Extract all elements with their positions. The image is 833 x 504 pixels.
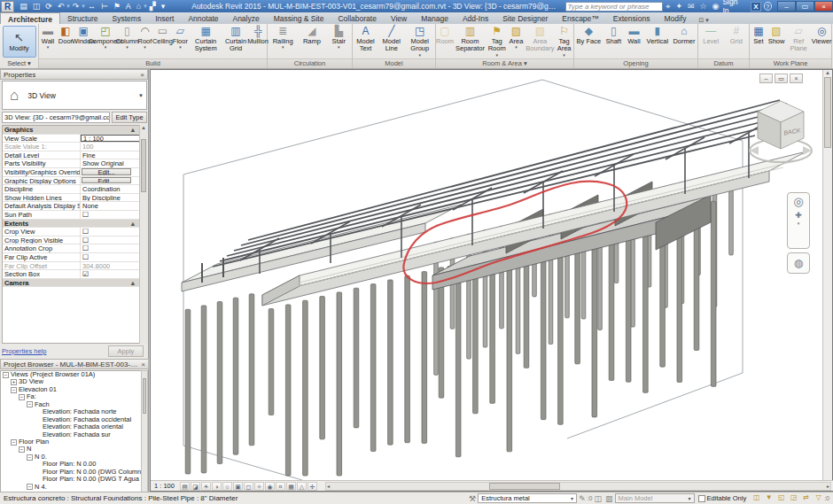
dimension-icon[interactable]: ⊢	[101, 1, 108, 12]
property-value[interactable]: ☐	[81, 253, 140, 261]
edit-in-place-icon[interactable]: ◱	[775, 493, 787, 503]
properties-help-link[interactable]: Properties help	[2, 347, 46, 355]
model-text-button[interactable]: A Model Text	[353, 25, 378, 53]
ribbon-tab[interactable]: Analyze	[225, 12, 266, 24]
level-button[interactable]: ― Level	[702, 25, 720, 45]
navbar-menu-arrow-icon[interactable]: ▾	[798, 221, 800, 226]
property-value[interactable]: 100	[81, 143, 140, 151]
ribbon-tab[interactable]: Systems	[105, 12, 149, 24]
property-row[interactable]: Camera ▴	[3, 279, 140, 288]
minimize-button[interactable]: –	[777, 1, 796, 12]
view-instance-selector[interactable]: 3D View: {3D - cesarm79@gmail.com} ▼	[2, 112, 110, 123]
property-row[interactable]: Graphics ▴	[3, 126, 140, 135]
view-restore-icon[interactable]: ▭	[775, 74, 788, 83]
type-selector[interactable]: ⌂ 3D View ▼	[2, 81, 147, 110]
search-binoculars-icon[interactable]: ⌖	[666, 2, 670, 12]
ribbon-tab[interactable]: Massing & Site	[267, 12, 331, 24]
area-button[interactable]: ▨ Area ▾	[508, 25, 525, 49]
property-value[interactable]: ☐	[81, 211, 140, 219]
room-button[interactable]: ▢ Room	[436, 25, 454, 45]
section-icon[interactable]: ▞	[150, 1, 156, 12]
component-button[interactable]: ◰ Component ▾	[93, 25, 119, 49]
temporary-view-properties-icon[interactable]: ▦	[286, 482, 296, 491]
property-value[interactable]: By Discipline	[81, 194, 140, 202]
property-row[interactable]: Extents ▴	[3, 220, 140, 229]
property-value[interactable]: ☐	[81, 228, 140, 236]
close-button[interactable]: ×	[814, 1, 833, 12]
pan-icon[interactable]: ✚	[795, 211, 802, 221]
qat-dropdown-arrow[interactable]: ▾	[144, 3, 147, 10]
property-row[interactable]: Visibility/Graphics Overrides Edit...	[3, 168, 140, 177]
select-group-label[interactable]: Select ▾	[7, 59, 31, 67]
ceiling-button[interactable]: ▭ Ceiling	[153, 25, 171, 45]
wall-opening-button[interactable]: ▬ Wall	[625, 25, 642, 45]
ribbon-tab[interactable]: Manage	[414, 12, 455, 24]
property-value[interactable]: Edit...	[82, 168, 131, 175]
exclude-options-icon[interactable]: ▼	[763, 493, 775, 503]
tree-expander-icon[interactable]	[35, 469, 41, 475]
property-value[interactable]: 304.8000	[81, 262, 140, 270]
set-workplane-button[interactable]: ▦ Set	[750, 25, 767, 45]
model-line-button[interactable]: ╱ Model Line	[378, 25, 404, 53]
tree-expander-icon[interactable]: −	[11, 387, 17, 393]
tree-expander-icon[interactable]: +	[11, 379, 17, 385]
property-row[interactable]: Sun Path ☐	[3, 211, 140, 220]
type-selector-arrow-icon[interactable]: ▼	[138, 93, 144, 98]
show-workplane-button[interactable]: ▧ Show	[767, 25, 785, 45]
help-icon[interactable]: ?	[764, 2, 772, 11]
by-face-button[interactable]: ◆ By Face	[576, 25, 603, 45]
property-row[interactable]: Graphic Display Options Edit...	[3, 177, 140, 186]
drag-on-selection-icon[interactable]: ⇄	[800, 493, 812, 503]
tag-room-button[interactable]: ⚑ Tag Room ▾	[487, 25, 508, 57]
rendering-dialog-icon[interactable]: ☼	[222, 482, 232, 491]
qat-menu-icon[interactable]: ▾	[161, 1, 166, 12]
text-icon[interactable]: A	[126, 1, 131, 12]
subscription-icon[interactable]: ✦	[675, 2, 682, 11]
ramp-button[interactable]: ◢ Ramp	[302, 25, 322, 45]
qat-dropdown-arrow[interactable]: ▾	[66, 3, 70, 10]
tree-item[interactable]: − N	[1, 446, 141, 453]
property-value[interactable]: ☐	[81, 236, 140, 244]
sync-icon[interactable]: ⟳	[45, 1, 52, 12]
curtain-grid-button[interactable]: ▥ Curtain Grid	[222, 25, 249, 53]
view-close-icon[interactable]: ×	[790, 74, 803, 83]
measure-icon[interactable]: ↔	[88, 1, 96, 12]
wheel-2d-button[interactable]: ◍	[787, 252, 810, 274]
ribbon-tab[interactable]: Enscape™	[555, 12, 606, 24]
viewport-hscrollbar[interactable]: ◂▸	[325, 482, 831, 491]
ribbon-tab[interactable]: Collaborate	[331, 12, 383, 24]
property-row[interactable]: Annotation Crop ☐	[3, 244, 140, 253]
project-browser-header[interactable]: Project Browser - MUL-M-BIM-EST-003-V01_…	[0, 359, 149, 369]
curtain-system-button[interactable]: ▦ Curtain System	[189, 25, 222, 53]
viewport-vscrollbar[interactable]: ▲	[822, 70, 832, 482]
tree-item[interactable]: − Fa:	[1, 393, 141, 400]
ribbon-group-label[interactable]: Work Plane	[750, 58, 831, 68]
properties-header[interactable]: Properties ×	[0, 69, 148, 80]
railing-button[interactable]: ≣ Railing ▾	[272, 25, 294, 49]
revit-logo-icon[interactable]: R	[1, 1, 14, 12]
property-value[interactable]: ☑	[81, 270, 140, 278]
detail-level-icon[interactable]: ▤	[180, 482, 190, 491]
crop-view-icon[interactable]: ▣	[233, 482, 243, 491]
ribbon-group-label[interactable]: Opening	[574, 58, 697, 68]
communication-center-icon[interactable]: ✉	[688, 2, 695, 11]
tree-item[interactable]: − Elevacion 01	[1, 386, 141, 393]
tree-expander-icon[interactable]: −	[3, 372, 9, 378]
property-row[interactable]: Section Box ☑	[3, 270, 140, 279]
ribbon-tab[interactable]: Architecture	[0, 12, 60, 24]
ref-plane-button[interactable]: ▱ Ref Plane	[785, 25, 812, 53]
open-icon[interactable]: ▤	[19, 1, 27, 12]
worksharing-display-icon[interactable]: ◫	[751, 493, 762, 503]
tree-expander-icon[interactable]	[35, 416, 41, 423]
tree-expander-icon[interactable]: −	[27, 401, 33, 407]
ribbon-tab[interactable]: Add-Ins	[455, 12, 495, 24]
default-3d-view-icon[interactable]: ⌂	[136, 1, 141, 12]
design-option-select[interactable]: Main Model ▾	[615, 493, 695, 503]
visual-style-icon[interactable]: ◪	[191, 482, 200, 491]
show-crop-region-icon[interactable]: ◻	[244, 482, 253, 491]
property-row[interactable]: Show Hidden Lines By Discipline	[3, 194, 140, 203]
editable-only-checkbox[interactable]: Editable Only	[698, 494, 747, 502]
undo-icon[interactable]: ↶	[58, 1, 65, 12]
view-scale-button[interactable]: 1 : 100	[154, 482, 175, 490]
tag-area-button[interactable]: ⚐ Tag Area ▾	[555, 25, 573, 57]
